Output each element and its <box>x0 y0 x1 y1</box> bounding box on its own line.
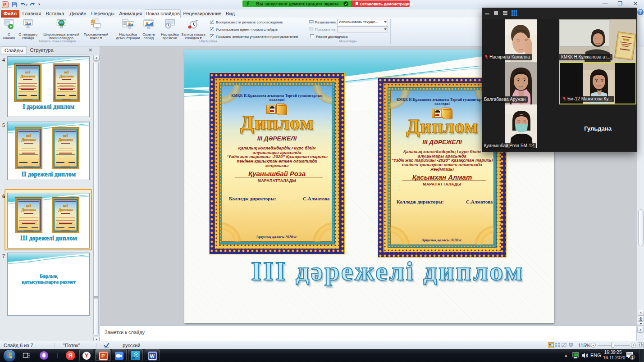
svg-text:1: 1 <box>631 355 634 360</box>
svg-text:P: P <box>101 353 105 358</box>
svg-text:W: W <box>150 353 155 359</box>
